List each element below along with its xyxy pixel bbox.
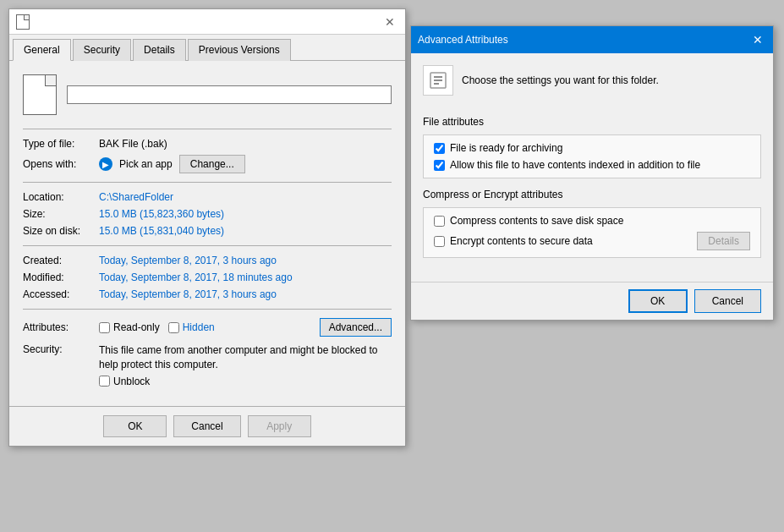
compress-label[interactable]: Compress contents to save disk space — [450, 215, 623, 227]
index-label[interactable]: Allow this file to have contents indexed… — [450, 159, 700, 171]
tab-security[interactable]: Security — [73, 39, 131, 61]
accessed-value: Today, September 8, 2017, 3 hours ago — [99, 288, 277, 300]
opens-with-content: ▶ Pick an app Change... — [99, 155, 392, 173]
modified-value: Today, September 8, 2017, 18 minutes ago — [99, 271, 293, 283]
advanced-content: Choose the settings you want for this fo… — [411, 53, 773, 282]
change-button[interactable]: Change... — [179, 155, 245, 173]
ok-button[interactable]: OK — [103, 415, 167, 437]
created-row: Created: Today, September 8, 2017, 3 hou… — [23, 255, 392, 266]
size-row: Size: 15.0 MB (15,823,360 bytes) — [23, 208, 392, 220]
archive-row: File is ready for archiving — [434, 142, 750, 154]
file-icon-large — [23, 74, 57, 115]
location-value: C:\SharedFolder — [99, 191, 173, 203]
advanced-titlebar: Advanced Attributes ✕ — [411, 26, 773, 53]
pick-app-text: Pick an app — [119, 158, 173, 170]
type-row: Type of file: BAK File (.bak) — [23, 138, 392, 150]
accessed-label: Accessed: — [23, 288, 99, 300]
hidden-checkbox-label[interactable]: Hidden — [168, 321, 215, 333]
compress-encrypt-label: Compress or Encrypt attributes — [423, 189, 761, 200]
divider-2 — [23, 182, 392, 183]
attributes-row: Attributes: Read-only Hidden Advanced... — [23, 318, 392, 337]
divider-4 — [23, 309, 392, 310]
file-header — [23, 74, 392, 115]
advanced-attributes-dialog: Advanced Attributes ✕ Choose the setting… — [410, 25, 774, 321]
advanced-footer: OK Cancel — [411, 282, 773, 320]
tab-general[interactable]: General — [13, 39, 71, 61]
tabs-bar: General Security Details Previous Versio… — [9, 35, 405, 61]
divider-1 — [23, 129, 392, 129]
encrypt-checkbox[interactable] — [434, 236, 445, 247]
file-attributes-label: File attributes — [423, 116, 761, 128]
cancel-button[interactable]: Cancel — [173, 415, 240, 437]
file-icon-small — [16, 14, 30, 30]
security-row: Security: This file came from another co… — [23, 343, 392, 387]
readonly-checkbox[interactable] — [99, 322, 110, 333]
created-value: Today, September 8, 2017, 3 hours ago — [99, 255, 277, 266]
archive-checkbox[interactable] — [434, 143, 445, 154]
file-properties-dialog: ✕ General Security Details Previous Vers… — [8, 8, 406, 447]
size-value: 15.0 MB (15,823,360 bytes) — [99, 208, 224, 220]
advanced-header-icon — [423, 65, 453, 96]
file-attributes-section: File attributes File is ready for archiv… — [423, 116, 761, 178]
advanced-dialog-title: Advanced Attributes — [418, 34, 508, 46]
unblock-label: Unblock — [113, 376, 150, 387]
attributes-controls: Read-only Hidden Advanced... — [99, 318, 392, 337]
apply-button[interactable]: Apply — [248, 415, 311, 437]
divider-3 — [23, 245, 392, 246]
compress-encrypt-section: Compress or Encrypt attributes Compress … — [423, 189, 761, 258]
location-row: Location: C:\SharedFolder — [23, 191, 392, 203]
tab-details[interactable]: Details — [133, 39, 186, 61]
compress-row: Compress contents to save disk space — [434, 215, 750, 227]
file-attributes-group: File is ready for archiving Allow this f… — [423, 134, 761, 178]
location-label: Location: — [23, 191, 99, 203]
type-value: BAK File (.bak) — [99, 138, 167, 150]
advanced-button[interactable]: Advanced... — [320, 318, 392, 337]
archive-label[interactable]: File is ready for archiving — [450, 142, 562, 154]
readonly-checkbox-label[interactable]: Read-only — [99, 321, 160, 333]
attributes-icon — [428, 70, 448, 90]
size-on-disk-label: Size on disk: — [23, 225, 99, 237]
titlebar-left — [16, 14, 30, 30]
modified-row: Modified: Today, September 8, 2017, 18 m… — [23, 271, 392, 283]
index-row: Allow this file to have contents indexed… — [434, 159, 750, 171]
encrypt-label[interactable]: Encrypt contents to secure data — [450, 235, 593, 247]
size-on-disk-row: Size on disk: 15.0 MB (15,831,040 bytes) — [23, 225, 392, 237]
opens-with-label: Opens with: — [23, 158, 99, 170]
created-label: Created: — [23, 255, 99, 266]
attributes-label: Attributes: — [23, 321, 99, 333]
readonly-label: Read-only — [113, 321, 160, 333]
advanced-ok-button[interactable]: OK — [628, 289, 688, 313]
file-name-input[interactable] — [67, 85, 392, 104]
pick-app-arrow-icon: ▶ — [99, 157, 112, 171]
encrypt-row: Encrypt contents to secure data Details — [434, 232, 750, 250]
opens-with-row: Opens with: ▶ Pick an app Change... — [23, 155, 392, 173]
advanced-header: Choose the settings you want for this fo… — [423, 65, 761, 104]
file-dialog-content: Type of file: BAK File (.bak) Opens with… — [9, 61, 405, 406]
accessed-row: Accessed: Today, September 8, 2017, 3 ho… — [23, 288, 392, 300]
unblock-checkbox[interactable] — [99, 376, 110, 387]
compress-encrypt-group: Compress contents to save disk space Enc… — [423, 207, 761, 258]
compress-checkbox[interactable] — [434, 216, 445, 227]
tab-previous-versions[interactable]: Previous Versions — [188, 39, 291, 61]
details-button[interactable]: Details — [697, 232, 750, 250]
advanced-header-text: Choose the settings you want for this fo… — [462, 74, 659, 86]
type-label: Type of file: — [23, 138, 99, 150]
file-dialog-close-button[interactable]: ✕ — [381, 14, 398, 30]
file-dialog-titlebar: ✕ — [9, 9, 405, 35]
unblock-checkbox-label[interactable]: Unblock — [99, 376, 392, 387]
advanced-cancel-button[interactable]: Cancel — [694, 289, 761, 313]
hidden-checkbox[interactable] — [168, 322, 179, 333]
size-on-disk-value: 15.0 MB (15,831,040 bytes) — [99, 225, 224, 237]
security-text: This file came from another computer and… — [99, 343, 392, 372]
file-dialog-footer: OK Cancel Apply — [9, 406, 405, 446]
security-label: Security: — [23, 343, 99, 355]
index-checkbox[interactable] — [434, 160, 445, 171]
size-label: Size: — [23, 208, 99, 220]
modified-label: Modified: — [23, 271, 99, 283]
advanced-close-button[interactable]: ✕ — [749, 31, 766, 48]
hidden-label: Hidden — [183, 321, 215, 333]
security-content: This file came from another computer and… — [99, 343, 392, 387]
